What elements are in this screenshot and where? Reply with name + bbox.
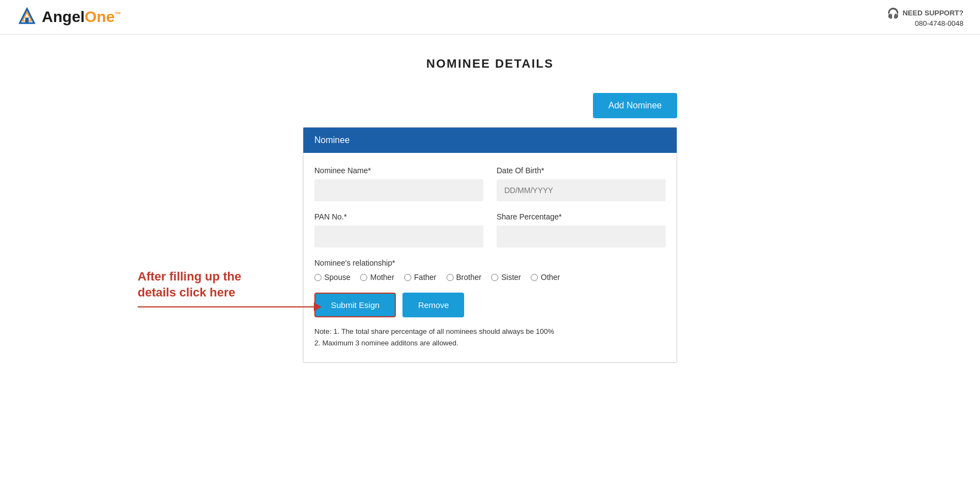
radio-spouse[interactable] <box>314 274 322 281</box>
remove-button[interactable]: Remove <box>402 293 464 317</box>
pan-group: PAN No.* <box>314 212 483 248</box>
radio-item-father[interactable]: Father <box>404 273 436 282</box>
support-phone: 080-4748-0048 <box>915 19 963 28</box>
annotation-overlay: After filling up the details click here <box>138 269 322 311</box>
angel-one-logo-icon <box>17 7 37 28</box>
radio-sister[interactable] <box>491 274 498 281</box>
annotation-line1: After filling up the <box>138 270 241 283</box>
support-section: 🎧 NEED SUPPORT? 080-4748-0048 <box>887 7 963 28</box>
nominee-header: Nominee <box>303 128 677 153</box>
dob-input[interactable] <box>497 179 666 201</box>
radio-item-spouse[interactable]: Spouse <box>314 273 350 282</box>
arrow-line <box>138 306 314 307</box>
radio-sister-label: Sister <box>501 273 521 282</box>
nominee-name-group: Nominee Name* <box>314 166 483 201</box>
add-nominee-btn-row: Add Nominee <box>303 93 677 118</box>
submit-esign-button[interactable]: Submit Esign <box>314 293 396 317</box>
annotation-text: After filling up the details click here <box>138 269 322 300</box>
note-line1: Note: 1. The total share percentage of a… <box>314 326 666 338</box>
radio-father-label: Father <box>414 273 436 282</box>
form-row-2: PAN No.* Share Percentage* <box>314 212 666 248</box>
logo-container: AngelOne™ <box>17 7 121 28</box>
support-label: NEED SUPPORT? <box>902 9 963 17</box>
headset-icon: 🎧 <box>887 7 899 19</box>
page-title: NOMINEE DETAILS <box>426 57 553 71</box>
radio-item-brother[interactable]: Brother <box>447 273 482 282</box>
note-section: Note: 1. The total share percentage of a… <box>314 326 666 349</box>
radio-other-label: Other <box>541 273 560 282</box>
nominee-form: Nominee Name* Date Of Birth* PAN No.* <box>303 153 677 362</box>
share-percentage-label: Share Percentage* <box>497 212 666 221</box>
annotation-arrow <box>138 302 322 311</box>
main-content: NOMINEE DETAILS After filling up the det… <box>0 35 980 385</box>
pan-input[interactable] <box>314 226 483 248</box>
share-percentage-group: Share Percentage* <box>497 212 666 248</box>
dob-label: Date Of Birth* <box>497 166 666 175</box>
radio-mother[interactable] <box>360 274 367 281</box>
radio-item-other[interactable]: Other <box>531 273 560 282</box>
form-wrapper: After filling up the details click here … <box>303 93 677 363</box>
nominee-name-input[interactable] <box>314 179 483 201</box>
radio-item-mother[interactable]: Mother <box>360 273 394 282</box>
radio-brother[interactable] <box>447 274 454 281</box>
note-line2: 2. Maximum 3 nominee additons are allowe… <box>314 338 666 349</box>
relationship-label: Nominee's relationship* <box>314 258 666 267</box>
radio-group: Spouse Mother Father Brother <box>314 273 666 282</box>
pan-label: PAN No.* <box>314 212 483 221</box>
radio-other[interactable] <box>531 274 538 281</box>
annotation-line2: details click here <box>138 285 235 299</box>
nominee-section: Nominee Nominee Name* Date Of Birth* <box>303 127 677 363</box>
radio-item-sister[interactable]: Sister <box>491 273 521 282</box>
share-percentage-input[interactable] <box>497 226 666 248</box>
logo-text: AngelOne™ <box>42 8 121 26</box>
dob-group: Date Of Birth* <box>497 166 666 201</box>
add-nominee-button[interactable]: Add Nominee <box>593 93 677 118</box>
form-row-1: Nominee Name* Date Of Birth* <box>314 166 666 201</box>
nominee-name-label: Nominee Name* <box>314 166 483 175</box>
radio-brother-label: Brother <box>456 273 482 282</box>
header: AngelOne™ 🎧 NEED SUPPORT? 080-4748-0048 <box>0 0 980 35</box>
relationship-section: Nominee's relationship* Spouse Mother <box>314 258 666 282</box>
action-buttons: Submit Esign Remove <box>314 293 666 317</box>
support-top: 🎧 NEED SUPPORT? <box>887 7 963 19</box>
radio-father[interactable] <box>404 274 411 281</box>
radio-spouse-label: Spouse <box>324 273 350 282</box>
radio-mother-label: Mother <box>370 273 394 282</box>
svg-rect-2 <box>25 18 29 23</box>
